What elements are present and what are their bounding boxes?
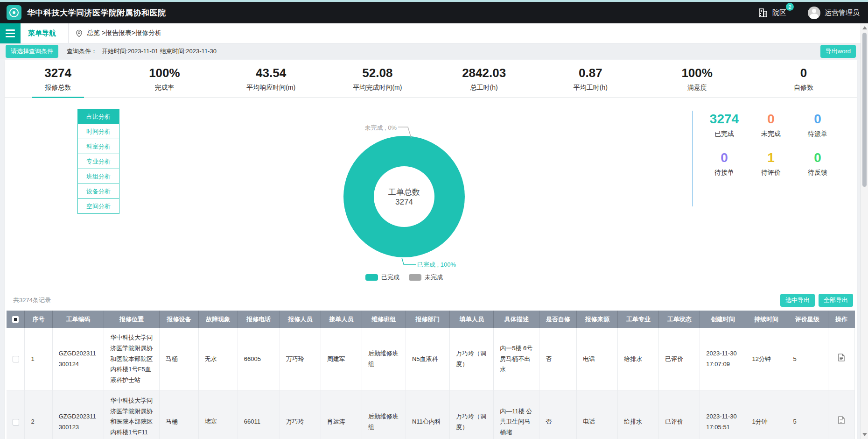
cell-报修电话: 66011 xyxy=(238,390,280,439)
cell-工单状态: 已评价 xyxy=(659,328,700,390)
column-header-工单专业: 工单专业 xyxy=(618,311,659,328)
summary-label: 待评价 xyxy=(748,169,794,177)
hospital-logo xyxy=(7,5,21,20)
column-header-是否自修: 是否自修 xyxy=(539,311,577,328)
legend-item-1[interactable]: 已完成 xyxy=(365,273,399,282)
export-selected-button[interactable]: 选中导出 xyxy=(780,294,815,307)
document-icon[interactable] xyxy=(838,354,845,361)
cell-报修位置: 华中科技大学同济医学院附属协和医院本部院区内科楼1号F11心内科护士站 xyxy=(104,390,160,439)
scroll-down-arrow[interactable] xyxy=(862,433,867,436)
stat-tab-4[interactable]: 52.08平均完成时间(m) xyxy=(324,60,431,97)
user-avatar xyxy=(808,7,820,19)
analysis-tab-6[interactable]: 设备分析 xyxy=(77,184,119,199)
stat-value: 52.08 xyxy=(362,66,392,80)
select-all-checkbox[interactable] xyxy=(12,316,19,323)
donut-center-label: 工单总数 3274 xyxy=(343,136,465,257)
records-count: 共3274条记录 xyxy=(13,296,51,304)
column-header-持续时间: 持续时间 xyxy=(746,311,787,328)
stat-value: 100% xyxy=(149,66,180,80)
user-name: 运营管理员 xyxy=(825,8,860,17)
cell-工单专业: 给排水 xyxy=(618,328,659,390)
menu-toggle-button[interactable] xyxy=(0,23,21,43)
cell-创建时间: 2023-11-30 17:05:51 xyxy=(700,390,746,439)
analysis-tab-5[interactable]: 班组分析 xyxy=(77,169,119,184)
donut-label-incomplete: 未完成 , 0% xyxy=(354,124,397,132)
cell-工单编码: GZGD202311300124 xyxy=(52,328,104,390)
donut-label-complete: 已完成 , 100% xyxy=(417,261,456,269)
column-header-报修人员: 报修人员 xyxy=(280,311,321,328)
analysis-tab-3[interactable]: 科室分析 xyxy=(77,139,119,154)
summary-item-2: 0未完成 xyxy=(748,112,794,138)
export-word-button[interactable]: 导出word xyxy=(820,45,856,58)
cell-报修设备: 马桶 xyxy=(159,390,198,439)
vertical-scrollbar[interactable] xyxy=(861,23,868,439)
column-header-接单人员: 接单人员 xyxy=(321,311,362,328)
summary-value: 0 xyxy=(701,150,748,165)
stat-label: 自修数 xyxy=(794,84,813,92)
stat-tab-2[interactable]: 100%完成率 xyxy=(111,60,217,97)
summary-item-1: 3274已完成 xyxy=(701,112,748,138)
select-query-conditions-button[interactable]: 请选择查询条件 xyxy=(6,45,58,58)
summary-label: 未完成 xyxy=(748,130,794,138)
cell-报修设备: 马桶 xyxy=(159,328,198,390)
user-menu[interactable]: 运营管理员 xyxy=(808,7,860,19)
summary-label: 待反馈 xyxy=(794,169,841,177)
cell-工单专业: 给排水 xyxy=(618,390,659,439)
column-header-操作: 操作 xyxy=(828,311,855,328)
work-order-table: 序号工单编码报修位置报修设备故障现象报修电话报修人员接单人员维修班组报修部门填单… xyxy=(7,311,855,439)
donut-center-title: 工单总数 xyxy=(388,187,420,198)
header-select-all[interactable] xyxy=(7,311,25,328)
export-all-button[interactable]: 全部导出 xyxy=(819,294,853,307)
row-select-cell xyxy=(7,390,25,439)
analysis-tab-7[interactable]: 空间分析 xyxy=(77,198,119,214)
row-checkbox[interactable] xyxy=(13,419,19,425)
summary-label: 待接单 xyxy=(701,169,748,177)
row-checkbox[interactable] xyxy=(13,356,19,362)
summary-item-6: 0待反馈 xyxy=(794,150,841,177)
nav-separator xyxy=(68,23,69,43)
stat-tab-7[interactable]: 100%满意度 xyxy=(644,60,750,97)
analysis-tab-1[interactable]: 占比分析 xyxy=(77,109,119,124)
query-conditions-label: 查询条件： xyxy=(67,47,97,56)
stat-label: 完成率 xyxy=(154,84,174,92)
legend-label: 已完成 xyxy=(381,273,399,282)
vertical-divider xyxy=(692,111,693,206)
cell-报修位置: 华中科技大学同济医学院附属协和医院本部院区内科楼1号F5血液科护士站 xyxy=(104,328,160,390)
table-row-1: 1GZGD202311300124华中科技大学同济医学院附属协和医院本部院区内科… xyxy=(7,328,855,390)
stat-tab-3[interactable]: 43.54平均响应时间(m) xyxy=(218,60,324,97)
document-icon[interactable] xyxy=(838,416,845,424)
summary-value: 1 xyxy=(748,150,794,165)
summary-item-3: 0待派单 xyxy=(794,112,841,138)
stat-value: 0.87 xyxy=(579,66,602,80)
cell-序号: 1 xyxy=(25,328,52,390)
cell-序号: 2 xyxy=(25,390,52,439)
table-header-row: 序号工单编码报修位置报修设备故障现象报修电话报修人员接单人员维修班组报修部门填单… xyxy=(7,311,855,328)
column-header-工单状态: 工单状态 xyxy=(659,311,700,328)
column-header-具体描述: 具体描述 xyxy=(494,311,539,328)
campus-switcher[interactable]: 院区 2 xyxy=(757,7,786,18)
stat-tab-6[interactable]: 0.87平均工时(h) xyxy=(537,60,644,97)
scrollbar-thumb[interactable] xyxy=(862,33,867,187)
column-header-填单人员: 填单人员 xyxy=(450,311,494,328)
cell-具体描述: 内一5楼 6号房马桶不出水 xyxy=(494,328,539,390)
hospital-title: 华中科技大学同济医学院附属协和医院 xyxy=(27,7,166,18)
campus-count-badge: 2 xyxy=(786,3,794,11)
stat-value: 43.54 xyxy=(256,66,286,80)
scroll-up-arrow[interactable] xyxy=(862,26,867,29)
column-header-评价星级: 评价星级 xyxy=(787,311,828,328)
table-row-2: 2GZGD202311300123华中科技大学同济医学院附属协和医院本部院区内科… xyxy=(7,390,855,439)
legend-item-2[interactable]: 未完成 xyxy=(409,273,443,282)
stat-label: 满意度 xyxy=(687,84,707,92)
column-header-报修设备: 报修设备 xyxy=(159,311,198,328)
legend-swatch xyxy=(365,274,378,281)
analysis-tab-4[interactable]: 专业分析 xyxy=(77,154,119,169)
analysis-tab-2[interactable]: 时间分析 xyxy=(77,124,119,139)
column-header-报修电话: 报修电话 xyxy=(238,311,280,328)
menu-nav-label[interactable]: 菜单导航 xyxy=(28,29,56,38)
stat-tab-1[interactable]: 3274报修总数 xyxy=(5,60,111,97)
stat-tab-5[interactable]: 2842.03总工时(h) xyxy=(431,60,537,97)
cell-评价星级: 5 xyxy=(787,328,828,390)
stat-tab-8[interactable]: 0自修数 xyxy=(750,60,857,97)
cell-工单编码: GZGD202311300123 xyxy=(52,390,104,439)
cell-具体描述: 内—11楼 公共卫生间马桶堵 xyxy=(494,390,539,439)
